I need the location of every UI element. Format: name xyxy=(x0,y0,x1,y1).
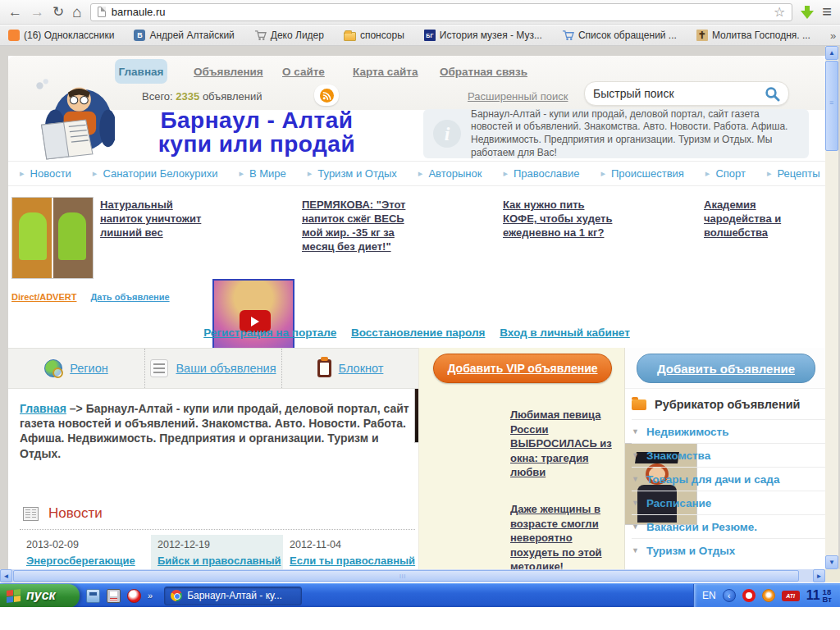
menu-turizm[interactable]: Туризм и Отдых xyxy=(308,167,397,180)
ad-link-1[interactable]: Натуральный напиток уничтожит лишний вес xyxy=(100,198,212,240)
scroll-right-icon[interactable]: ► xyxy=(813,569,825,582)
bookmark-star-icon[interactable]: ☆ xyxy=(774,4,785,20)
menu-sanatorii[interactable]: Санатории Белокурихи xyxy=(93,167,218,180)
ad-link-4[interactable]: Академия чародейства и волшебства xyxy=(704,198,815,240)
task-button-barnaul[interactable]: Барнаул-Алтай - ку... xyxy=(164,587,302,605)
tab-glavnaya[interactable]: Главная xyxy=(115,59,167,84)
bookmark-istoria-muzeya[interactable]: БГ История музея - Муз... xyxy=(424,30,542,41)
tray-orange-app-icon[interactable] xyxy=(762,589,775,602)
menu-novosti[interactable]: Новости xyxy=(20,167,71,180)
folder-orange-icon xyxy=(632,399,646,410)
horizontal-scrollbar[interactable]: ◄ ► xyxy=(0,569,825,582)
bookmark-molitva[interactable]: ✝ Молитва Господня. ... xyxy=(696,30,810,41)
notepad-link[interactable]: Блокнот xyxy=(339,362,384,375)
tray-red-app-icon[interactable] xyxy=(742,589,756,602)
back-icon[interactable]: ← xyxy=(8,5,22,19)
bookmark-spisok-obrashenij[interactable]: Список обращений ... xyxy=(562,30,677,41)
quick-search-box[interactable] xyxy=(584,81,789,106)
yandex-browser-icon[interactable] xyxy=(127,589,141,603)
menu-sport[interactable]: Спорт xyxy=(705,167,746,180)
vertical-scroll-thumb[interactable] xyxy=(825,61,838,151)
news-link[interactable]: Энергосберегающие xyxy=(26,555,135,567)
breadcrumb-home-link[interactable]: Главная xyxy=(20,402,66,415)
news-date: 2012-12-19 xyxy=(158,539,276,550)
give-ad-link[interactable]: Дать объявление xyxy=(91,292,170,302)
search-input[interactable] xyxy=(593,87,765,100)
show-desktop-icon[interactable] xyxy=(86,589,100,603)
news-link[interactable]: Бийск и православный xyxy=(158,555,281,567)
rss-bubble[interactable] xyxy=(314,84,339,106)
tab-karta-sajta[interactable]: Карта сайта xyxy=(353,66,418,78)
menu-recepty[interactable]: Рецепты xyxy=(767,167,820,180)
ads-count-value: 2335 xyxy=(176,90,199,103)
login-link[interactable]: Вход в личный кабинет xyxy=(500,326,630,339)
menu-avtorynok[interactable]: Авторынок xyxy=(418,167,482,180)
bookmark-vk[interactable]: В Андрей Алтайский xyxy=(134,30,234,41)
ads-counter: Всего: 2335 объявлений xyxy=(142,90,262,103)
newspaper-icon xyxy=(23,507,39,521)
bookmarks-overflow-icon[interactable]: » xyxy=(830,30,836,42)
notepad-section[interactable]: Блокнот xyxy=(281,349,418,388)
side-ad-link-2[interactable]: Даже женщины в возрасте смогли невероятн… xyxy=(510,502,620,574)
ad-link-3[interactable]: Как нужно пить КОФЕ, чтобы худеть ежедне… xyxy=(503,198,614,240)
add-ad-button[interactable]: Добавить объявление xyxy=(637,354,815,383)
browser-menu-icon[interactable]: ≡ xyxy=(822,2,832,21)
your-ads-section[interactable]: Ваши объявления xyxy=(144,349,281,388)
breadcrumb-arrow: –> xyxy=(70,402,83,415)
rubricator: Рубрикатор объявлений ▼Недвижимость ▼Зна… xyxy=(632,398,825,562)
ad-image-1[interactable] xyxy=(11,197,94,279)
menu-pravoslavie[interactable]: Православие xyxy=(503,167,579,180)
advanced-search-link[interactable]: Расширенный поиск xyxy=(468,90,568,103)
taskbar-clock: 11 18 Вт xyxy=(806,588,832,604)
bookmark-deko-lider[interactable]: Деко Лидер xyxy=(254,30,324,41)
tray-collapse-icon[interactable]: ‹ xyxy=(723,589,736,602)
news-title: Новости xyxy=(48,505,103,522)
menu-proisshestviya[interactable]: Происшествия xyxy=(600,167,683,180)
rubric-tovary-dacha[interactable]: ▼Товары для дачи и сада xyxy=(632,467,825,491)
vertical-scrollbar[interactable]: ▲ ▼ xyxy=(825,46,838,569)
tab-o-sajte[interactable]: О сайте xyxy=(282,66,325,78)
rubric-turizm[interactable]: ▼Туризм и Отдых xyxy=(632,538,825,562)
chrome-icon xyxy=(171,590,182,601)
region-section[interactable]: Регион xyxy=(8,349,144,388)
registration-link[interactable]: Регистрация на портале xyxy=(203,326,336,339)
side-ad-link-1[interactable]: Любимая певица России ВЫБРОСИЛАСЬ из окн… xyxy=(510,408,620,480)
menu-v-mire[interactable]: В Мире xyxy=(239,167,285,180)
bookmark-odnoklassniki[interactable]: (16) Одноклассники xyxy=(8,30,114,41)
address-bar[interactable]: barnaule.ru ☆ xyxy=(90,3,793,21)
tab-obyavleniya[interactable]: Объявления xyxy=(194,66,263,78)
rubric-vakansii[interactable]: ▼Вакансии и Резюме. xyxy=(632,514,825,538)
start-button[interactable]: пуск xyxy=(0,584,80,608)
news-date: 2012-11-04 xyxy=(290,539,409,550)
drive-icon[interactable] xyxy=(107,589,121,603)
download-icon[interactable] xyxy=(801,6,814,19)
ad-link-2[interactable]: ПЕРМЯКОВА: "Этот напиток сжёг ВЕСЬ мой ж… xyxy=(302,198,413,254)
rubric-znakomstva[interactable]: ▼Знакомства xyxy=(632,443,825,467)
add-vip-ad-button[interactable]: Добавить VIP объявление xyxy=(433,354,612,383)
rubric-raspisanie[interactable]: ▼Расписание xyxy=(632,491,825,514)
language-indicator[interactable]: EN xyxy=(702,590,716,601)
forward-icon[interactable]: → xyxy=(30,5,44,19)
password-recovery-link[interactable]: Восстановление пароля xyxy=(351,326,485,339)
ati-tray-icon[interactable]: ATI xyxy=(782,591,800,601)
news-link[interactable]: Если ты православный xyxy=(290,555,415,567)
url-text[interactable]: barnaule.ru xyxy=(112,6,166,18)
page-icon xyxy=(98,7,106,17)
scroll-left-icon[interactable]: ◄ xyxy=(0,569,12,582)
site-logo-mascot xyxy=(30,75,115,161)
quick-launch-overflow-icon[interactable]: » xyxy=(148,591,153,600)
site-description: Барнаул-Алтай - купи или продай, деловой… xyxy=(471,108,799,159)
reload-icon[interactable]: ↻ xyxy=(52,5,64,19)
bookmark-sponsory[interactable]: спонсоры xyxy=(344,30,404,41)
search-icon[interactable] xyxy=(765,86,780,102)
direct-advert-link[interactable]: Direct/ADVERT xyxy=(11,292,76,302)
tab-obratnaya-svyaz[interactable]: Обратная связь xyxy=(440,66,527,78)
horizontal-scroll-thumb[interactable] xyxy=(13,570,799,582)
scroll-down-icon[interactable]: ▼ xyxy=(825,555,838,569)
home-icon[interactable]: ⌂ xyxy=(72,4,81,20)
your-ads-link[interactable]: Ваши объявления xyxy=(176,362,276,375)
system-tray: EN ‹ ATI 11 18 Вт xyxy=(693,584,840,608)
scroll-up-icon[interactable]: ▲ xyxy=(825,46,838,60)
region-link[interactable]: Регион xyxy=(70,362,108,375)
rubric-nedvizhimost[interactable]: ▼Недвижимость xyxy=(632,419,825,443)
